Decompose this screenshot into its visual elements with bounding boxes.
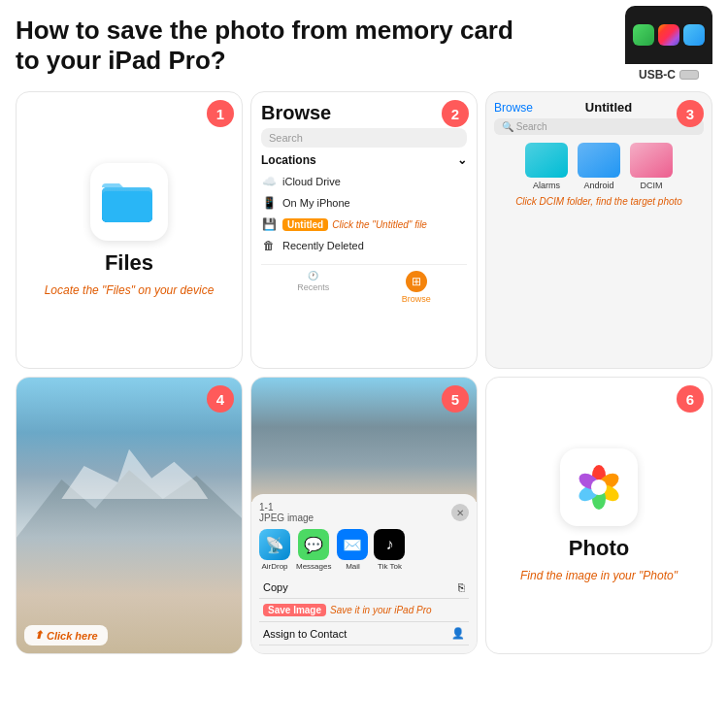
android-folder[interactable]: Android [578,143,620,190]
airdrop-share[interactable]: 📡 AirDrop [259,529,290,571]
sheet-header: 1-1 JPEG image ✕ [259,502,469,523]
files-icon-small [683,24,705,46]
untitled-row: Untitled Click the "Untitled" file [282,218,427,231]
usbc-label: USB-C [639,68,699,82]
copy-row[interactable]: Copy ⎘ [259,577,469,599]
page-title: How to save the photo from memory card t… [16,16,520,76]
assign-row[interactable]: Assign to Contact 👤 [259,622,469,645]
airdrop-icon: 📡 [259,529,290,560]
device-corner: USB-C [625,6,712,82]
mail-icon: ✉️ [337,529,368,560]
step-6-cell: 6 Photo Find the image in your "Photo" [485,377,712,654]
dcim-folder-icon [630,143,673,178]
page: How to save the photo from memory card t… [0,0,728,728]
step-1-subtitle: Locate the "Files" on your device [37,283,222,297]
step-3-cell: 3 Browse Untitled 🔍 Search Alarms Androi… [485,91,712,369]
mail-share[interactable]: ✉️ Mail [337,529,368,571]
steps-grid: 1 Files Locate the "Files" on your [16,91,712,654]
iphone-icon: 📱 [261,195,277,211]
step-badge-2: 2 [442,100,469,127]
step-badge-1: 1 [207,100,234,127]
copy-label: Copy [263,581,288,593]
step-2-cell: 2 Browse Search Locations ⌄ ☁️ iCloud Dr… [250,91,478,369]
android-folder-icon [578,143,620,178]
step-badge-3: 3 [677,100,704,127]
browse-tab[interactable]: ⊞ Browse [402,271,431,304]
click-here-button[interactable]: ⬆ Click here [24,625,108,645]
step-6-subtitle: Find the image in your "Photo" [513,569,685,582]
filetype: JPEG image [259,513,314,523]
step-1-cell: 1 Files Locate the "Files" on your [16,91,243,369]
on-my-iphone-item[interactable]: 📱 On My iPhone [261,192,467,214]
save-image-tag: Save Image [263,604,326,616]
nav-back-btn[interactable]: Browse [494,101,533,115]
alarms-folder-icon [525,143,568,178]
search-placeholder: Search [269,132,303,144]
share-apps-row: 📡 AirDrop 💬 Messages ✉️ Mail ♪ Tik Tok [259,529,469,571]
cell-3-search[interactable]: 🔍 Search [494,118,704,135]
untitled-desc: Click the "Untitled" file [332,219,427,230]
photos-app-icon[interactable] [560,448,638,526]
icloud-icon: ☁️ [261,174,277,189]
messages-share[interactable]: 💬 Messages [296,529,331,571]
step-3-hint: Click DCIM folder, find the target photo [494,196,704,207]
photos-icon-small [658,24,679,46]
ipad-corner-icons [625,6,712,64]
assign-label: Assign to Contact [263,628,347,640]
photos-app-name: Photo [569,536,629,561]
step-badge-4: 4 [207,385,234,413]
file-info: 1-1 JPEG image [259,502,314,523]
folder-grid: Alarms Android DCIM [494,143,704,190]
step-5-cell: 5 1-1 JPEG image ✕ [250,377,478,654]
icloud-drive-item[interactable]: ☁️ iCloud Drive [261,171,467,192]
tiktok-share[interactable]: ♪ Tik Tok [374,529,405,571]
header: How to save the photo from memory card t… [16,16,712,82]
svg-rect-2 [102,191,152,222]
locations-header: Locations ⌄ [261,153,467,167]
files-app-name: Files [105,250,153,276]
step-badge-5: 5 [442,385,469,413]
save-image-desc: Save it in your iPad Pro [330,605,432,615]
untitled-tag: Untitled [282,218,328,231]
recently-deleted-item[interactable]: 🗑 Recently Deleted [261,235,467,256]
nav-title: Untitled [585,100,632,115]
save-image-row[interactable]: Save Image Save it in your iPad Pro [259,599,469,622]
browse-title: Browse [261,102,467,124]
trash-icon: 🗑 [261,238,277,253]
browse-search[interactable]: Search [261,128,467,148]
tiktok-icon: ♪ [374,529,405,560]
files-app-icon[interactable] [90,163,168,241]
cell-3-nav: Browse Untitled [494,100,704,115]
photos-icon-svg [572,460,626,514]
dcim-folder[interactable]: DCIM [630,143,673,190]
browse-tab-icon: ⊞ [406,271,427,292]
filename: 1-1 [259,502,314,513]
step-badge-6: 6 [677,385,704,413]
recents-tab[interactable]: 🕐 Recents [297,271,329,304]
share-sheet: 1-1 JPEG image ✕ 📡 AirDrop 💬 [251,494,477,653]
sheet-close-btn[interactable]: ✕ [451,504,469,521]
untitled-item[interactable]: 💾 Untitled Click the "Untitled" file [261,214,467,235]
step-4-cell: 4 ⬆ Click here [16,377,243,654]
messages-share-icon: 💬 [298,529,329,560]
messages-icon [633,24,654,46]
files-folder-svg [102,180,156,224]
usb-icon: 💾 [261,216,277,232]
bottom-tabs: 🕐 Recents ⊞ Browse [261,264,467,304]
mountain-photo [17,378,242,653]
svg-point-10 [591,480,607,495]
alarms-folder[interactable]: Alarms [525,143,568,190]
usbc-plug [679,70,699,80]
